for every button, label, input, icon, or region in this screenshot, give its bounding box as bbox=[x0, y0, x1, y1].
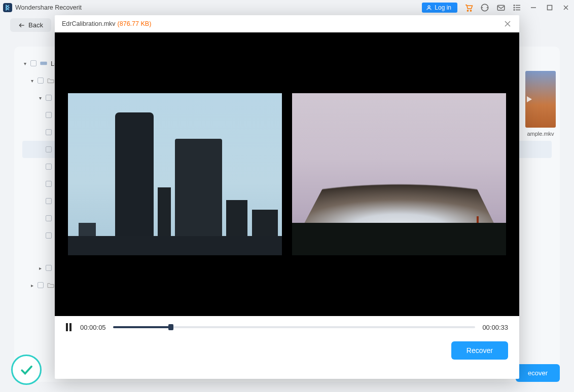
login-button[interactable]: Log in bbox=[422, 3, 457, 13]
caret-down-icon[interactable]: ▾ bbox=[29, 78, 34, 84]
pause-button[interactable] bbox=[66, 323, 73, 331]
close-icon bbox=[504, 20, 512, 28]
tree-checkbox[interactable] bbox=[46, 198, 52, 204]
drive-icon bbox=[40, 60, 48, 66]
tree-checkbox[interactable] bbox=[46, 181, 52, 187]
tree-checkbox[interactable] bbox=[30, 60, 37, 66]
seek-bar[interactable] bbox=[113, 326, 476, 328]
mail-icon[interactable] bbox=[496, 3, 506, 13]
caret-right-icon[interactable]: ▸ bbox=[29, 283, 34, 288]
cart-icon[interactable] bbox=[463, 3, 474, 13]
app-title: Wondershare Recoverit bbox=[15, 4, 82, 11]
user-icon bbox=[426, 5, 432, 11]
svg-point-2 bbox=[470, 10, 471, 11]
tree-checkbox[interactable] bbox=[46, 265, 52, 271]
video-frame-left bbox=[68, 93, 282, 255]
svg-point-8 bbox=[514, 5, 515, 6]
svg-rect-16 bbox=[40, 62, 47, 65]
seek-fill bbox=[113, 326, 171, 328]
folder-icon bbox=[47, 77, 55, 84]
back-button[interactable]: Back bbox=[10, 18, 51, 32]
play-icon bbox=[527, 96, 532, 102]
video-preview-area[interactable] bbox=[55, 32, 519, 316]
elapsed-time: 00:00:05 bbox=[80, 324, 106, 331]
svg-rect-12 bbox=[548, 6, 552, 10]
scan-complete-badge bbox=[11, 355, 42, 385]
svg-point-0 bbox=[428, 6, 430, 8]
thumbnail-filename: ample.mkv bbox=[521, 131, 560, 137]
tree-checkbox[interactable] bbox=[46, 95, 52, 101]
caret-down-icon[interactable]: ▾ bbox=[22, 61, 27, 66]
caret-right-icon[interactable]: ▸ bbox=[38, 265, 43, 271]
recover-button[interactable]: Recover bbox=[451, 341, 508, 360]
checkmark-icon bbox=[19, 362, 34, 377]
total-time: 00:00:33 bbox=[482, 324, 508, 331]
modal-footer: Recover bbox=[55, 336, 519, 369]
arrow-left-icon bbox=[18, 22, 25, 29]
tree-checkbox[interactable] bbox=[46, 164, 52, 170]
tree-checkbox[interactable] bbox=[38, 77, 44, 84]
svg-point-1 bbox=[467, 10, 468, 11]
playback-controls: 00:00:05 00:00:33 bbox=[55, 316, 519, 336]
modal-header: EdrCalibration.mkv (876.77 KB) bbox=[55, 15, 519, 32]
support-icon[interactable] bbox=[480, 3, 490, 13]
folder-icon bbox=[47, 282, 55, 289]
tree-checkbox[interactable] bbox=[38, 282, 44, 288]
list-icon[interactable] bbox=[512, 3, 522, 13]
back-label: Back bbox=[28, 21, 43, 29]
video-frame-right bbox=[292, 93, 506, 255]
modal-close-button[interactable] bbox=[502, 18, 513, 29]
tree-checkbox[interactable] bbox=[46, 129, 52, 135]
tree-checkbox[interactable] bbox=[46, 232, 52, 239]
recover-button-main[interactable]: ecover bbox=[516, 364, 560, 382]
tree-checkbox[interactable] bbox=[46, 215, 52, 221]
seek-thumb[interactable] bbox=[168, 324, 173, 330]
tree-checkbox[interactable] bbox=[46, 112, 52, 118]
app-logo bbox=[3, 3, 12, 12]
preview-filename: EdrCalibration.mkv bbox=[62, 20, 116, 27]
preview-filesize: (876.77 KB) bbox=[118, 20, 152, 27]
caret-down-icon[interactable]: ▾ bbox=[38, 95, 43, 101]
title-bar: Wondershare Recoverit Log in bbox=[0, 0, 574, 15]
svg-point-9 bbox=[514, 7, 515, 8]
maximize-button[interactable] bbox=[545, 3, 555, 13]
thumbnail-image bbox=[525, 71, 556, 128]
tree-checkbox[interactable] bbox=[46, 146, 52, 152]
file-thumbnail[interactable]: ample.mkv bbox=[521, 71, 560, 137]
svg-point-10 bbox=[514, 10, 515, 11]
minimize-button[interactable] bbox=[528, 3, 539, 13]
preview-modal: EdrCalibration.mkv (876.77 KB) 00:00:05 … bbox=[55, 15, 519, 379]
login-label: Log in bbox=[435, 4, 451, 11]
svg-rect-4 bbox=[497, 6, 505, 11]
close-button[interactable] bbox=[561, 3, 571, 13]
